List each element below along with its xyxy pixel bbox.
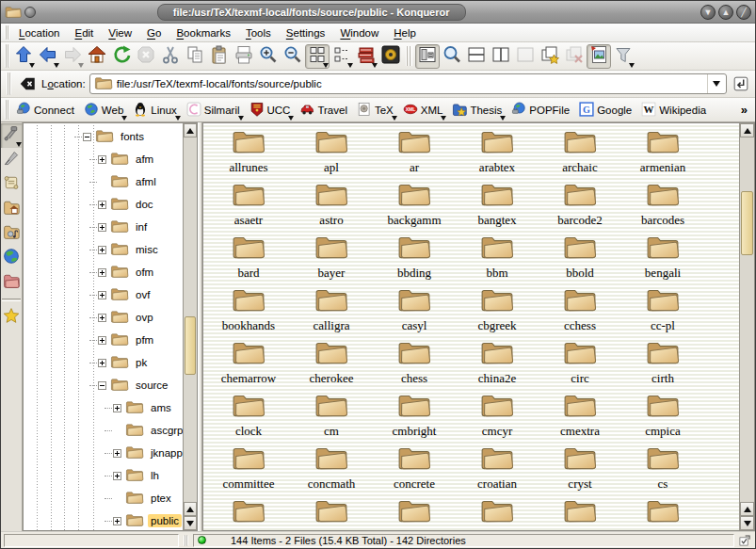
expand-plus-icon[interactable] <box>98 201 106 209</box>
minimize-button[interactable]: ▼ <box>700 5 716 20</box>
split-left-right-button[interactable] <box>489 44 513 69</box>
expand-plus-icon[interactable] <box>98 291 106 299</box>
folder-concmath[interactable]: concmath <box>290 444 373 496</box>
tree-scroll-up2-button[interactable] <box>184 502 197 516</box>
folder-bbding[interactable]: bbding <box>373 233 456 285</box>
bookmark-overflow-button[interactable]: » <box>735 103 753 117</box>
bookmark-thesis[interactable]: Thesis <box>447 100 507 121</box>
folder-partial[interactable] <box>456 496 539 530</box>
zoom-out-button[interactable] <box>281 44 305 69</box>
menu-edit[interactable]: Edit <box>68 25 102 40</box>
folder-clock[interactable]: clock <box>207 391 290 444</box>
folder-bard[interactable]: bard <box>207 233 290 285</box>
folder-bbold[interactable]: bbold <box>539 233 621 285</box>
folder-arabtex[interactable]: arabtex <box>456 127 539 180</box>
collapse-minus-icon[interactable] <box>98 381 106 390</box>
folder-bookhands[interactable]: bookhands <box>207 285 290 338</box>
folder-cs[interactable]: cs <box>621 444 704 496</box>
expand-plus-icon[interactable] <box>98 359 106 367</box>
folder-cmbright[interactable]: cmbright <box>373 391 456 444</box>
sidebar-network-button[interactable] <box>1 246 22 270</box>
go-button[interactable] <box>731 73 751 94</box>
menu-bookmarks[interactable]: Bookmarks <box>169 25 238 40</box>
menu-window[interactable]: Window <box>332 25 386 40</box>
location-input[interactable] <box>117 78 703 89</box>
tree-scroll-thumb[interactable] <box>185 316 196 375</box>
home-button[interactable] <box>85 44 109 69</box>
tree-item-afml[interactable]: afml <box>24 170 183 193</box>
expand-plus-icon[interactable] <box>113 449 121 458</box>
main-scrollbar[interactable] <box>739 123 754 530</box>
folder-cm[interactable]: cm <box>290 391 373 444</box>
menubar-handle[interactable] <box>5 25 9 40</box>
folder-bangtex[interactable]: bangtex <box>456 180 539 233</box>
icon-view-button[interactable] <box>305 44 330 69</box>
bookmark-popfile[interactable]: POPFile <box>507 100 574 121</box>
menu-settings[interactable]: Settings <box>279 25 333 40</box>
embedded-view-button[interactable] <box>378 44 403 69</box>
folder-asaetr[interactable]: asaetr <box>207 180 290 233</box>
folder-astro[interactable]: astro <box>290 180 373 233</box>
folder-cirth[interactable]: cirth <box>621 338 704 391</box>
list-view-button[interactable] <box>330 44 354 69</box>
bookmark-tex[interactable]: TeX <box>352 100 398 121</box>
tree-item-ams[interactable]: ams <box>24 396 183 419</box>
folder-chemarrow[interactable]: chemarrow <box>207 338 290 391</box>
bookmark-wikipedia[interactable]: WWikipedia <box>636 100 711 121</box>
sidebar-services-button[interactable] <box>1 221 22 246</box>
maximize-button[interactable]: ▲ <box>718 5 733 20</box>
tree-scroll-down-button[interactable] <box>184 516 197 530</box>
folder-backgamm[interactable]: backgamm <box>373 180 456 233</box>
expand-plus-icon[interactable] <box>98 246 106 254</box>
menu-go[interactable]: Go <box>139 25 169 40</box>
sidebar-config-button[interactable] <box>1 123 22 148</box>
sidebar-history-button[interactable] <box>1 172 22 197</box>
folder-cryst[interactable]: cryst <box>539 444 621 496</box>
folder-barcode2[interactable]: barcode2 <box>539 180 621 233</box>
bookmark-ucc[interactable]: UCC <box>245 100 296 121</box>
tree-item-public[interactable]: public <box>24 509 183 531</box>
thumbnail-preview-button[interactable] <box>587 44 611 69</box>
folder-apl[interactable]: apl <box>290 127 373 180</box>
tree-item-inf[interactable]: inf <box>24 216 183 238</box>
toolbar-handle[interactable] <box>5 44 9 68</box>
reload-button[interactable] <box>109 44 134 69</box>
sidebar-bookmarks-button[interactable] <box>1 305 22 330</box>
folder-cherokee[interactable]: cherokee <box>290 338 373 391</box>
bookmark-linux[interactable]: Linux <box>128 100 182 121</box>
tree-item-afm[interactable]: afm <box>24 148 183 170</box>
expand-plus-icon[interactable] <box>98 336 106 345</box>
tree-scroll-up-button[interactable] <box>184 123 197 137</box>
folder-ar[interactable]: ar <box>373 127 456 180</box>
tree-item-ofm[interactable]: ofm <box>24 261 183 283</box>
tree-scrollbar[interactable] <box>183 123 197 530</box>
bookmark-xml[interactable]: XMLXML <box>398 100 448 121</box>
tree-item-pk[interactable]: pk <box>24 351 183 374</box>
folder-partial[interactable] <box>207 496 290 530</box>
back-button[interactable] <box>36 44 60 69</box>
menu-tools[interactable]: Tools <box>238 25 279 40</box>
tree-item-ovf[interactable]: ovf <box>24 283 183 306</box>
show-sidebar-button[interactable] <box>415 44 440 69</box>
bookmark-connect[interactable]: Connect <box>11 100 79 121</box>
expand-plus-icon[interactable] <box>98 268 106 277</box>
folder-archaic[interactable]: archaic <box>539 127 621 180</box>
location-combobox[interactable] <box>89 73 727 94</box>
bookmark-silmaril[interactable]: Silmaril <box>182 100 245 121</box>
folder-bengali[interactable]: bengali <box>621 233 704 285</box>
bookbar-handle[interactable] <box>5 100 9 120</box>
folder-partial[interactable] <box>290 496 373 530</box>
folder-partial[interactable] <box>373 496 456 530</box>
folder-croatian[interactable]: croatian <box>456 444 539 496</box>
new-tab-button[interactable] <box>538 44 562 69</box>
folder-cbgreek[interactable]: cbgreek <box>456 285 539 338</box>
folder-cmextra[interactable]: cmextra <box>539 391 621 444</box>
folder-china2e[interactable]: china2e <box>456 338 539 391</box>
folder-calligra[interactable]: calligra <box>290 285 373 338</box>
titlebar[interactable]: file:/usr/TeX/texmf-local/fonts/source/p… <box>1 1 755 24</box>
filter-button[interactable] <box>611 44 635 69</box>
folder-partial[interactable] <box>539 496 621 530</box>
folder-cmcyr[interactable]: cmcyr <box>456 391 539 444</box>
expand-plus-icon[interactable] <box>113 404 121 412</box>
tree-item-fonts[interactable]: fonts <box>24 125 183 148</box>
